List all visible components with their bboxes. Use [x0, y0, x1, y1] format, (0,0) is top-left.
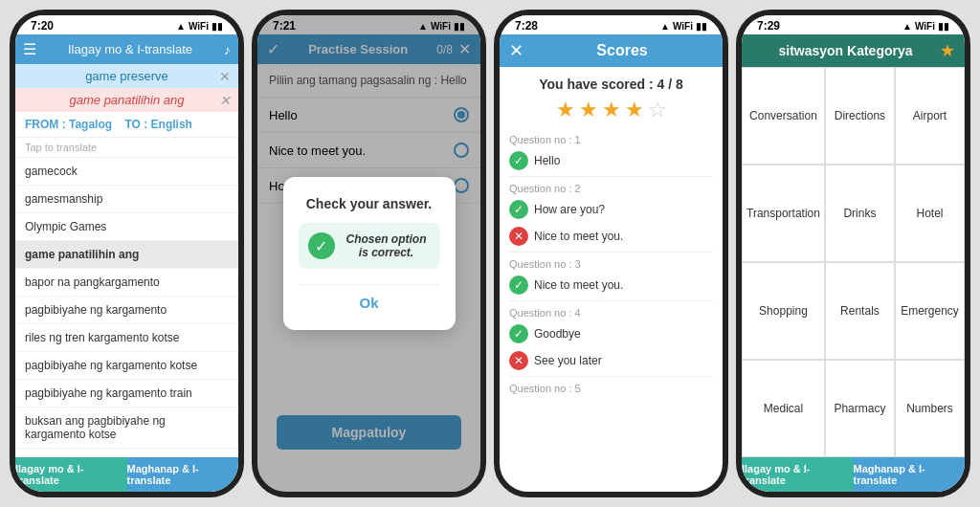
category-shopping[interactable]: Shopping: [742, 262, 825, 360]
list-item[interactable]: gamecock: [15, 158, 238, 186]
signal-icon-3: ▲: [660, 21, 670, 32]
check-icon: ✓: [509, 276, 528, 295]
list-item[interactable]: Olympic Games: [15, 213, 238, 241]
list-item[interactable]: pagbibiyahe ng kargamento train: [15, 380, 238, 408]
category-drinks[interactable]: Drinks: [825, 165, 895, 262]
time-4: 7:29: [757, 19, 780, 33]
answer-text: Nice to meet you.: [534, 278, 623, 292]
list-item[interactable]: pagbibiyahe ng kargamento kotse: [15, 352, 238, 380]
list-item[interactable]: riles ng tren kargamento kotse: [15, 324, 238, 352]
category-grid: Conversation Directions Airport Transpor…: [742, 67, 965, 457]
list-item[interactable]: buksan ang pagbibiyahe ng kargamento kot…: [15, 408, 238, 449]
questions-list: Question no : 1 ✓ Hello Question no : 2 …: [500, 130, 723, 492]
status-icons-4: ▲ WiFi ▮▮: [902, 21, 949, 32]
question-label-4: Question no : 4: [509, 303, 713, 320]
time-1: 7:20: [31, 19, 54, 33]
question-label-5: Question no : 5: [509, 379, 713, 396]
category-transportation[interactable]: Transportation: [742, 165, 825, 262]
status-bar-4: 7:29 ▲ WiFi ▮▮: [742, 15, 965, 34]
list-item[interactable]: game panatilihin ang: [15, 241, 238, 269]
question-row: ✕ Nice to meet you.: [509, 223, 713, 250]
star-3: ★: [602, 98, 621, 122]
question-label-1: Question no : 1: [509, 130, 713, 147]
answer-text: Goodbye: [534, 327, 581, 341]
signal-icon: ▲: [176, 21, 186, 32]
correct-check-icon: ✓: [308, 232, 335, 259]
ok-button[interactable]: Ok: [299, 284, 440, 311]
tag-blue-close[interactable]: ✕: [219, 69, 231, 84]
app-title-1: Ilagay mo & I-translate: [42, 42, 218, 56]
tap-hint: Tap to translate: [15, 138, 238, 158]
modal-title: Check your answer.: [299, 196, 440, 211]
app-header-4: sitwasyon Kategorya ★: [742, 34, 965, 67]
status-icons-1: ▲ WiFi ▮▮: [176, 21, 223, 32]
footer-1: Ilagay mo & I-translate Maghanap & I-tra…: [15, 457, 238, 492]
wifi-icon-3: WiFi: [673, 21, 693, 32]
answer-text: See you later: [534, 354, 602, 367]
category-numbers[interactable]: Numbers: [895, 360, 965, 457]
ilagay-button-4[interactable]: Ilagay mo & I-translate: [742, 457, 854, 492]
category-title: sitwasyon Kategorya: [751, 43, 940, 58]
star-rating: ★ ★ ★ ★ ☆: [500, 98, 723, 122]
list-item[interactable]: gamesmanship: [15, 186, 238, 213]
screen4: 7:29 ▲ WiFi ▮▮ sitwasyon Kategorya ★ Con…: [736, 10, 970, 497]
category-rentals[interactable]: Rentals: [825, 262, 895, 360]
star-4: ★: [625, 98, 644, 122]
answer-text: Nice to meet you.: [534, 230, 623, 243]
ilagay-button[interactable]: Ilagay mo & I-translate: [15, 457, 127, 492]
check-icon: ✓: [509, 200, 528, 219]
app-header-3: ✕ Scores: [500, 34, 723, 67]
battery-icon-4: ▮▮: [938, 21, 949, 32]
question-row: ✓ Nice to meet you.: [509, 272, 713, 298]
answer-text: Hello: [534, 154, 560, 167]
answer-text: How are you?: [534, 203, 605, 216]
cross-icon: ✕: [509, 351, 528, 370]
correct-text: Chosen option is correct.: [343, 232, 431, 259]
question-row: ✓ How are you?: [509, 196, 713, 223]
signal-icon-4: ▲: [902, 21, 912, 32]
footer-4: Ilagay mo & I-translate Maghanap & I-tra…: [742, 457, 965, 492]
battery-icon-3: ▮▮: [696, 21, 707, 32]
maghanap-button[interactable]: Maghanap & I-translate: [127, 457, 239, 492]
menu-icon[interactable]: ☰: [23, 40, 36, 58]
status-bar-3: 7:28 ▲ WiFi ▮▮: [500, 15, 723, 34]
question-label-3: Question no : 3: [509, 254, 713, 272]
score-display: You have scored : 4 / 8: [500, 67, 723, 98]
star-icon[interactable]: ★: [940, 40, 955, 61]
music-icon[interactable]: ♪: [224, 42, 231, 57]
category-airport[interactable]: Airport: [895, 67, 965, 165]
category-emergency[interactable]: Emergency: [895, 262, 965, 360]
check-icon: ✓: [509, 324, 528, 343]
app-header-1: ☰ Ilagay mo & I-translate ♪: [15, 34, 238, 64]
check-icon: ✓: [509, 151, 528, 170]
star-5-empty: ☆: [648, 98, 667, 122]
modal-overlay: Check your answer. ✓ Chosen option is co…: [257, 15, 480, 492]
tag-pink-close[interactable]: ✕: [219, 93, 231, 108]
category-medical[interactable]: Medical: [742, 360, 825, 457]
correct-indicator: ✓ Chosen option is correct.: [299, 223, 440, 269]
tag-blue[interactable]: game preserve ✕: [15, 64, 238, 88]
cross-icon: ✕: [509, 227, 528, 246]
maghanap-button-4[interactable]: Maghanap & I-translate: [854, 457, 966, 492]
question-row: ✓ Goodbye: [509, 320, 713, 347]
question-row: ✓ Hello: [509, 147, 713, 174]
category-pharmacy[interactable]: Pharmacy: [825, 360, 895, 457]
wifi-icon: WiFi: [189, 21, 209, 32]
category-hotel[interactable]: Hotel: [895, 165, 965, 262]
answer-modal: Check your answer. ✓ Chosen option is co…: [283, 177, 456, 330]
question-label-2: Question no : 2: [509, 179, 713, 196]
list-item[interactable]: pagbibiyahe ng kargamento: [15, 297, 238, 324]
translation-list: gamecock gamesmanship Olympic Games game…: [15, 158, 238, 457]
star-1: ★: [556, 98, 575, 122]
language-selector: FROM : Tagalog TO : English: [15, 112, 238, 138]
star-2: ★: [579, 98, 598, 122]
time-3: 7:28: [515, 19, 538, 33]
status-icons-3: ▲ WiFi ▮▮: [660, 21, 707, 32]
close-icon-3[interactable]: ✕: [509, 40, 523, 61]
screen2: 7:21 ▲ WiFi ▮▮ ✓ Practise Session 0/8 ✕ …: [252, 10, 486, 497]
category-directions[interactable]: Directions: [825, 67, 895, 165]
list-item[interactable]: bapor na pangkargamento: [15, 269, 238, 297]
screen3: 7:28 ▲ WiFi ▮▮ ✕ Scores You have scored …: [494, 10, 728, 497]
tag-pink[interactable]: game panatilihin ang ✕: [15, 88, 238, 112]
category-conversation[interactable]: Conversation: [742, 67, 825, 165]
